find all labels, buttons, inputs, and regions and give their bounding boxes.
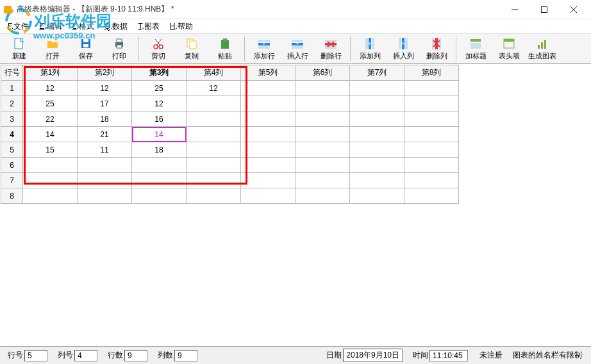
cell-2-3[interactable]: 12 [132, 96, 187, 112]
cell-8-6[interactable] [296, 188, 350, 204]
cell-1-3[interactable]: 25 [132, 81, 187, 96]
addtitle-button[interactable]: 加标题 [459, 35, 492, 63]
cell-1-1[interactable]: 12 [23, 81, 78, 96]
col-header-3[interactable]: 第3列 [132, 65, 187, 81]
maximize-button[interactable] [529, 0, 559, 19]
cell-3-4[interactable] [187, 112, 241, 127]
cell-8-2[interactable] [78, 188, 132, 204]
cell-3-5[interactable] [241, 112, 296, 127]
cell-3-2[interactable]: 18 [78, 112, 132, 127]
col-header-5[interactable]: 第5列 [241, 65, 296, 81]
menu-f[interactable]: F.文件 [3, 20, 34, 33]
menu-h[interactable]: H.帮助 [165, 20, 198, 33]
row-header-3[interactable]: 3 [1, 112, 23, 127]
menu-e[interactable]: E.编辑 [34, 20, 67, 33]
cell-2-5[interactable] [241, 96, 296, 112]
cell-4-8[interactable] [404, 127, 459, 142]
insertcol-button[interactable]: +插入列 [387, 35, 420, 63]
cell-2-2[interactable]: 17 [78, 96, 132, 112]
cell-4-7[interactable] [350, 127, 404, 142]
cell-4-4[interactable] [187, 127, 241, 142]
row-header-7[interactable]: 7 [1, 173, 23, 188]
cell-6-2[interactable] [78, 158, 132, 173]
cell-1-4[interactable]: 12 [187, 81, 241, 96]
col-header-1[interactable]: 第1列 [23, 65, 78, 81]
cell-6-7[interactable] [350, 158, 404, 173]
cell-8-1[interactable] [23, 188, 78, 204]
genchart-button[interactable]: 生成图表 [526, 35, 559, 63]
close-button[interactable] [559, 0, 588, 19]
cell-8-7[interactable] [350, 188, 404, 204]
cell-5-3[interactable]: 18 [132, 142, 187, 158]
col-header-8[interactable]: 第8列 [404, 65, 459, 81]
new-button[interactable]: 新建 [3, 35, 36, 63]
cell-4-1[interactable]: 14 [23, 127, 78, 142]
cell-7-6[interactable] [296, 173, 350, 188]
cell-5-8[interactable] [404, 142, 459, 158]
cell-6-1[interactable] [23, 158, 78, 173]
insertrow-button[interactable]: +插入行 [281, 35, 314, 63]
open-button[interactable]: 打开 [36, 35, 69, 63]
cell-6-8[interactable] [404, 158, 459, 173]
cell-2-1[interactable]: 25 [23, 96, 78, 112]
cell-4-2[interactable]: 21 [78, 127, 132, 142]
cell-2-8[interactable] [404, 96, 459, 112]
row-header-1[interactable]: 1 [1, 81, 23, 96]
minimize-button[interactable] [500, 0, 529, 19]
cell-3-8[interactable] [404, 112, 459, 127]
cell-4-5[interactable] [241, 127, 296, 142]
row-header-6[interactable]: 6 [1, 158, 23, 173]
cell-7-2[interactable] [78, 173, 132, 188]
cell-2-6[interactable] [296, 96, 350, 112]
addcol-button[interactable]: +添加列 [353, 35, 387, 63]
cell-5-4[interactable] [187, 142, 241, 158]
cell-3-6[interactable] [296, 112, 350, 127]
cell-8-5[interactable] [241, 188, 296, 204]
cell-8-4[interactable] [187, 188, 241, 204]
menu-q[interactable]: Q.数据 [99, 20, 133, 33]
col-header-4[interactable]: 第4列 [187, 65, 241, 81]
cell-8-3[interactable] [132, 188, 187, 204]
cell-7-5[interactable] [241, 173, 296, 188]
cell-3-1[interactable]: 22 [23, 112, 78, 127]
data-grid[interactable]: 行号第1列第2列第3列第4列第5列第6列第7列第8列11212251222517… [1, 65, 459, 204]
cell-7-3[interactable] [132, 173, 187, 188]
cell-6-3[interactable] [132, 158, 187, 173]
cell-3-7[interactable] [350, 112, 404, 127]
cell-5-7[interactable] [350, 142, 404, 158]
cell-5-6[interactable] [296, 142, 350, 158]
paste-button[interactable]: 粘贴 [208, 35, 242, 63]
corner-header[interactable]: 行号 [1, 65, 23, 81]
cell-8-8[interactable] [404, 188, 459, 204]
cell-6-4[interactable] [187, 158, 241, 173]
row-header-2[interactable]: 2 [1, 96, 23, 112]
cell-7-7[interactable] [350, 173, 404, 188]
cell-6-5[interactable] [241, 158, 296, 173]
delcol-button[interactable]: 删除列 [420, 35, 453, 63]
tablehead-button[interactable]: 表头项 [492, 35, 526, 63]
cell-5-1[interactable]: 15 [23, 142, 78, 158]
cell-6-6[interactable] [296, 158, 350, 173]
cut-button[interactable]: 剪切 [142, 35, 175, 63]
cell-1-7[interactable] [350, 81, 404, 96]
cell-4-3[interactable]: 14 [132, 127, 187, 142]
col-header-2[interactable]: 第2列 [78, 65, 132, 81]
print-button[interactable]: 打印 [103, 35, 136, 63]
cell-3-3[interactable]: 16 [132, 112, 187, 127]
row-header-8[interactable]: 8 [1, 188, 23, 204]
cell-1-6[interactable] [296, 81, 350, 96]
col-header-6[interactable]: 第6列 [296, 65, 350, 81]
cell-2-7[interactable] [350, 96, 404, 112]
cell-1-8[interactable] [404, 81, 459, 96]
cell-5-2[interactable]: 11 [78, 142, 132, 158]
menu-l[interactable]: L.格式 [67, 20, 99, 33]
delrow-button[interactable]: 删除行 [314, 35, 347, 63]
row-header-5[interactable]: 5 [1, 142, 23, 158]
col-header-7[interactable]: 第7列 [350, 65, 404, 81]
cell-1-2[interactable]: 12 [78, 81, 132, 96]
cell-7-4[interactable] [187, 173, 241, 188]
cell-5-5[interactable] [241, 142, 296, 158]
copy-button[interactable]: 复制 [175, 35, 208, 63]
save-button[interactable]: 保存 [69, 35, 103, 63]
cell-7-8[interactable] [404, 173, 459, 188]
